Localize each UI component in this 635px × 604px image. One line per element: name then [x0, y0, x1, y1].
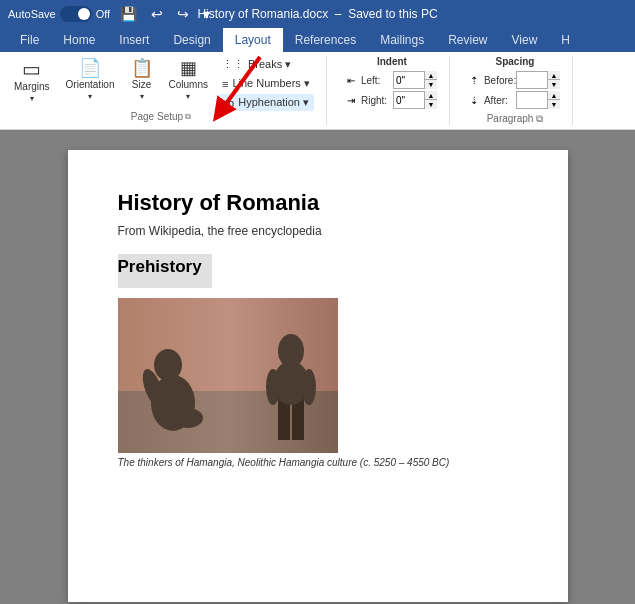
document-subtitle: From Wikipedia, the free encyclopedia — [118, 224, 518, 238]
margins-icon: ▭ — [22, 59, 41, 79]
indent-left-up[interactable]: ▲ — [424, 71, 437, 80]
page-setup-label-row: Page Setup ⧉ — [131, 111, 191, 122]
tab-design[interactable]: Design — [161, 28, 222, 52]
document-title: History of Romania — [118, 190, 518, 216]
page-setup-label: Page Setup — [131, 111, 183, 122]
margins-arrow: ▾ — [30, 94, 34, 103]
size-arrow: ▾ — [140, 92, 144, 101]
line-numbers-icon: ≡ — [222, 78, 228, 90]
tab-view[interactable]: View — [500, 28, 550, 52]
spacing-after-row: ⇣ After: ▲ ▼ — [470, 91, 560, 109]
ribbon-content: ▭ Margins ▾ 📄 Orientation ▾ 📋 Size ▾ ▦ C… — [0, 52, 635, 130]
indent-left-arrows: ▲ ▼ — [424, 71, 437, 89]
margins-button[interactable]: ▭ Margins ▾ — [8, 56, 56, 106]
autosave-state: Off — [96, 8, 110, 20]
indent-left-label: Left: — [361, 75, 389, 86]
orientation-arrow: ▾ — [88, 92, 92, 101]
indent-right-row: ⇥ Right: ▲ ▼ — [347, 91, 437, 109]
ribbon-tabs: File Home Insert Design Layout Reference… — [0, 28, 635, 52]
hyphenation-icon: ab — [222, 97, 234, 109]
indent-right-down[interactable]: ▼ — [424, 100, 437, 109]
indent-right-label: Right: — [361, 95, 389, 106]
document-title-area: History of Romania.docx – Saved to this … — [197, 7, 437, 21]
undo-button[interactable]: ↩ — [147, 4, 167, 24]
page-setup-buttons: ▭ Margins ▾ 📄 Orientation ▾ 📋 Size ▾ ▦ C… — [8, 56, 314, 111]
breaks-button[interactable]: ⋮⋮ Breaks ▾ — [218, 56, 314, 73]
svg-point-3 — [154, 349, 182, 381]
spacing-before-label: Before: — [484, 75, 512, 86]
spacing-before-up[interactable]: ▲ — [547, 71, 560, 80]
orientation-label: Orientation — [66, 79, 115, 90]
columns-arrow: ▾ — [186, 92, 190, 101]
autosave-knob — [78, 8, 90, 20]
indent-left-row: ⇤ Left: ▲ ▼ — [347, 71, 437, 89]
svg-point-10 — [266, 369, 280, 405]
indent-right-up[interactable]: ▲ — [424, 91, 437, 100]
spacing-after-arrows: ▲ ▼ — [547, 91, 560, 109]
indent-left-down[interactable]: ▼ — [424, 80, 437, 89]
indent-right-arrow: ⇥ — [347, 95, 355, 106]
tab-review[interactable]: Review — [436, 28, 499, 52]
indent-right-arrows: ▲ ▼ — [424, 91, 437, 109]
orientation-button[interactable]: 📄 Orientation ▾ — [60, 56, 121, 104]
line-numbers-button[interactable]: ≡ Line Numbers ▾ — [218, 75, 314, 92]
indent-left-arrow: ⇤ — [347, 75, 355, 86]
document-image — [118, 298, 338, 453]
section-heading: Prehistory — [118, 257, 202, 277]
paragraph-expand[interactable]: ⧉ — [536, 113, 543, 124]
tab-insert[interactable]: Insert — [107, 28, 161, 52]
prehistory-section: Prehistory — [118, 254, 518, 468]
indent-left-spinner[interactable]: ▲ ▼ — [393, 71, 437, 89]
indent-title: Indent — [377, 56, 407, 67]
columns-label: Columns — [169, 79, 208, 90]
caption-text: The thinkers of Hamangia, Neolithic Hama… — [118, 457, 450, 468]
title-bar: AutoSave Off 💾 ↩ ↪ ▾ History of Romania.… — [0, 0, 635, 28]
svg-point-5 — [173, 408, 203, 428]
document-image-container: The thinkers of Hamangia, Neolithic Hama… — [118, 298, 518, 468]
spacing-after-spinner[interactable]: ▲ ▼ — [516, 91, 560, 109]
hyphenation-label: Hyphenation ▾ — [238, 96, 309, 109]
statue-left — [138, 333, 208, 443]
paragraph-label: Paragraph ⧉ — [487, 113, 543, 125]
tab-layout[interactable]: Layout — [223, 28, 283, 52]
spacing-before-arrows: ▲ ▼ — [547, 71, 560, 89]
spacing-after-up[interactable]: ▲ — [547, 91, 560, 100]
page-setup-group: ▭ Margins ▾ 📄 Orientation ▾ 📋 Size ▾ ▦ C… — [8, 56, 327, 125]
tab-references[interactable]: References — [283, 28, 368, 52]
redo-button[interactable]: ↪ — [173, 4, 193, 24]
columns-icon: ▦ — [180, 59, 197, 77]
breaks-label: Breaks ▾ — [248, 58, 291, 71]
tab-file[interactable]: File — [8, 28, 51, 52]
hyphenation-button[interactable]: ab Hyphenation ▾ — [218, 94, 314, 111]
autosave-toggle[interactable] — [60, 6, 92, 22]
title-bar-left: AutoSave Off 💾 ↩ ↪ ▾ — [8, 4, 214, 24]
document-filename: History of Romania.docx — [197, 7, 328, 21]
spacing-after-down[interactable]: ▼ — [547, 100, 560, 109]
spacing-group: Spacing ⇡ Before: ▲ ▼ ⇣ After: ▲ ▼ — [470, 56, 573, 125]
tab-h[interactable]: H — [549, 28, 582, 52]
page-setup-expand[interactable]: ⧉ — [185, 112, 191, 122]
margins-label: Margins — [14, 81, 50, 92]
page-setup-dropdowns: ⋮⋮ Breaks ▾ ≡ Line Numbers ▾ ab Hyphenat… — [218, 56, 314, 111]
tab-mailings[interactable]: Mailings — [368, 28, 436, 52]
document-area: History of Romania From Wikipedia, the f… — [0, 130, 635, 604]
image-caption: The thinkers of Hamangia, Neolithic Hama… — [118, 457, 518, 468]
line-numbers-label: Line Numbers ▾ — [232, 77, 310, 90]
save-button[interactable]: 💾 — [116, 4, 141, 24]
size-icon: 📋 — [131, 59, 153, 77]
autosave-label: AutoSave — [8, 8, 56, 20]
size-label: Size — [132, 79, 151, 90]
indent-right-spinner[interactable]: ▲ ▼ — [393, 91, 437, 109]
columns-button[interactable]: ▦ Columns ▾ — [163, 56, 214, 104]
orientation-icon: 📄 — [79, 59, 101, 77]
spacing-before-spinner[interactable]: ▲ ▼ — [516, 71, 560, 89]
spacing-after-icon: ⇣ — [470, 95, 478, 106]
statue-right — [258, 315, 318, 445]
size-button[interactable]: 📋 Size ▾ — [125, 56, 159, 104]
tab-home[interactable]: Home — [51, 28, 107, 52]
autosave-control[interactable]: AutoSave Off — [8, 6, 110, 22]
spacing-after-label: After: — [484, 95, 512, 106]
spacing-before-down[interactable]: ▼ — [547, 80, 560, 89]
spacing-before-row: ⇡ Before: ▲ ▼ — [470, 71, 560, 89]
document-page: History of Romania From Wikipedia, the f… — [68, 150, 568, 602]
